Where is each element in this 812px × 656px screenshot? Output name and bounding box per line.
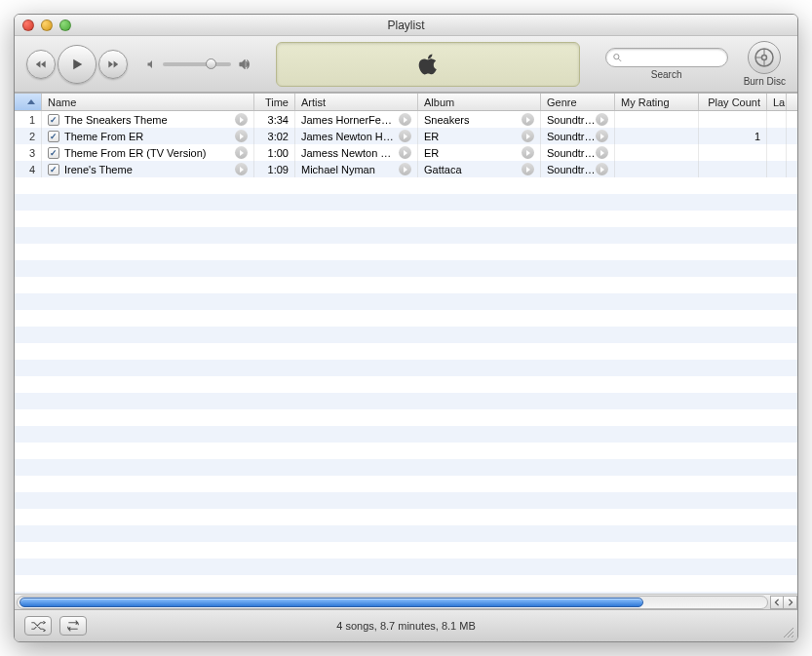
cell-last <box>767 144 787 161</box>
column-header-name[interactable]: Name <box>42 94 254 110</box>
hscroll-left-button[interactable] <box>770 596 784 609</box>
sort-asc-icon <box>27 99 35 104</box>
track-table: Name Time Artist Album Genre My Rating P… <box>15 93 797 609</box>
browse-arrow-icon[interactable] <box>522 113 534 126</box>
burn-label: Burn Disc <box>744 76 786 87</box>
cell-time: 3:34 <box>254 111 295 128</box>
checkbox[interactable]: ✓ <box>48 114 59 126</box>
svg-line-9 <box>792 636 793 637</box>
cell-name-text: Theme From ER (TV Version) <box>64 147 206 159</box>
browse-arrow-icon[interactable] <box>522 146 534 159</box>
cell-rating[interactable] <box>615 111 699 128</box>
browse-arrow-icon[interactable] <box>399 130 411 142</box>
browse-arrow-icon[interactable] <box>596 163 608 175</box>
cell-artist[interactable]: James HornerFe… <box>295 111 418 128</box>
burn-disc-button[interactable] <box>748 41 781 74</box>
volume-slider[interactable] <box>163 62 231 66</box>
cell-last <box>767 111 787 128</box>
hscroll-thumb[interactable] <box>19 598 643 607</box>
browse-arrow-icon[interactable] <box>596 130 608 142</box>
search-label: Search <box>651 69 682 80</box>
cell-album[interactable]: Gattaca <box>418 161 541 177</box>
hscroll-right-button[interactable] <box>784 596 797 609</box>
cell-name[interactable]: ✓Theme From ER (TV Version) <box>42 144 254 161</box>
table-header: Name Time Artist Album Genre My Rating P… <box>15 94 797 111</box>
burn-disc-icon <box>753 46 776 69</box>
column-header-album[interactable]: Album <box>418 94 541 110</box>
toolbar: Search Burn Disc <box>15 36 797 93</box>
cell-genre[interactable]: Soundtrack <box>541 144 615 161</box>
play-button[interactable] <box>58 45 97 84</box>
cell-genre[interactable]: Soundtrack <box>541 111 615 128</box>
statusbar: 4 songs, 8.7 minutes, 8.1 MB <box>15 609 797 641</box>
search-icon <box>612 52 622 63</box>
cell-number: 2 <box>15 128 42 144</box>
browse-arrow-icon[interactable] <box>399 113 411 126</box>
cell-rating[interactable] <box>615 144 699 161</box>
cell-genre[interactable]: Soundtrack <box>541 161 615 177</box>
status-summary: 4 songs, 8.7 minutes, 8.1 MB <box>15 620 797 632</box>
cell-last <box>767 161 787 177</box>
column-header-time[interactable]: Time <box>254 94 295 110</box>
app-window: Playlist <box>14 14 798 642</box>
browse-arrow-icon[interactable] <box>235 163 248 175</box>
cell-artist[interactable]: Jamess Newton … <box>295 144 418 161</box>
cell-name[interactable]: ✓Theme From ER <box>42 128 254 144</box>
browse-arrow-icon[interactable] <box>399 146 411 159</box>
cell-name[interactable]: ✓Irene's Theme <box>42 161 254 177</box>
next-button[interactable] <box>98 50 128 79</box>
window-title: Playlist <box>15 19 797 32</box>
svg-line-1 <box>618 58 621 61</box>
chevron-right-icon <box>787 598 794 606</box>
table-row[interactable]: 1✓The Sneakers Theme3:34James HornerFe…S… <box>15 111 797 128</box>
column-header-number[interactable] <box>15 94 42 110</box>
cell-rating[interactable] <box>615 161 699 177</box>
cell-album[interactable]: ER <box>418 128 541 144</box>
browse-arrow-icon[interactable] <box>522 163 534 175</box>
checkbox[interactable]: ✓ <box>48 131 59 142</box>
column-header-artist[interactable]: Artist <box>295 94 418 110</box>
rewind-icon <box>34 58 48 71</box>
horizontal-scrollbar <box>15 594 797 609</box>
volume-control <box>145 58 251 71</box>
table-row[interactable]: 2✓Theme From ER3:02James Newton H…ERSoun… <box>15 128 797 144</box>
volume-low-icon <box>145 58 157 70</box>
browse-arrow-icon[interactable] <box>235 146 248 159</box>
checkbox[interactable]: ✓ <box>48 147 59 159</box>
volume-thumb[interactable] <box>206 58 216 69</box>
browse-arrow-icon[interactable] <box>399 163 411 175</box>
column-header-playcount[interactable]: Play Count <box>699 94 767 110</box>
search-input[interactable] <box>626 52 721 63</box>
cell-time: 1:00 <box>254 144 295 161</box>
column-header-last[interactable]: La <box>767 94 787 110</box>
cell-album[interactable]: ER <box>418 144 541 161</box>
search-field[interactable] <box>605 48 728 67</box>
browse-arrow-icon[interactable] <box>522 130 534 142</box>
cell-time: 1:09 <box>254 161 295 177</box>
cell-name-text: Theme From ER <box>64 131 143 142</box>
cell-album[interactable]: Sneakers <box>418 111 541 128</box>
column-header-rating[interactable]: My Rating <box>615 94 699 110</box>
table-body: 1✓The Sneakers Theme3:34James HornerFe…S… <box>15 111 797 594</box>
resize-grip-icon[interactable] <box>781 625 794 638</box>
cell-rating[interactable] <box>615 128 699 144</box>
cell-genre[interactable]: Soundtrack <box>541 128 615 144</box>
browse-arrow-icon[interactable] <box>235 113 248 126</box>
table-row[interactable]: 4✓Irene's Theme1:09Michael NymanGattacaS… <box>15 161 797 177</box>
column-header-genre[interactable]: Genre <box>541 94 615 110</box>
cell-artist[interactable]: Michael Nyman <box>295 161 418 177</box>
table-row[interactable]: 3✓Theme From ER (TV Version)1:00Jamess N… <box>15 144 797 161</box>
browse-arrow-icon[interactable] <box>596 113 608 126</box>
browse-arrow-icon[interactable] <box>596 146 608 159</box>
transport-controls <box>26 45 128 84</box>
cell-artist[interactable]: James Newton H… <box>295 128 418 144</box>
checkbox[interactable]: ✓ <box>48 164 59 175</box>
cell-playcount <box>699 144 767 161</box>
cell-name-text: Irene's Theme <box>64 164 133 175</box>
cell-name[interactable]: ✓The Sneakers Theme <box>42 111 254 128</box>
previous-button[interactable] <box>26 50 56 79</box>
hscroll-track[interactable] <box>17 596 768 609</box>
browse-arrow-icon[interactable] <box>235 130 248 142</box>
volume-high-icon <box>237 58 251 71</box>
forward-icon <box>106 58 120 71</box>
